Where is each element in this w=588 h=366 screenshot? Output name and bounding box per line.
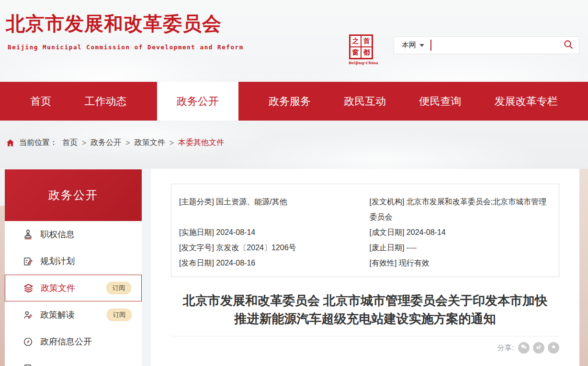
sidebar-item-label: 职权信息: [40, 229, 75, 240]
breadcrumb-separator: >: [125, 139, 130, 147]
breadcrumb-separator: >: [82, 139, 86, 147]
meta-row: [成文日期] 2024-08-14: [370, 225, 549, 240]
sidebar-item[interactable]: 职权信息: [5, 221, 142, 248]
meta-value: 现行有效: [399, 259, 430, 267]
sidebar-item[interactable]: 政策解读 订阅: [5, 301, 142, 328]
breadcrumb-items: > 首页 > 政务公开 > 政策文件 > 本委其他文件: [62, 138, 224, 148]
watermark-right: [579, 169, 588, 366]
search-scope-label: 本网: [402, 41, 416, 50]
document-meta-box: [主题分类] 国土资源、能源/其他 [实施日期] 2024-08-14 [发文字…: [171, 184, 559, 277]
stamp-icon: [23, 229, 34, 240]
nav-tab[interactable]: 政民互动: [341, 82, 389, 121]
site-title: 北京市发展和改革委员会: [6, 11, 244, 37]
sidebar-item-label: 政策解读: [40, 309, 75, 321]
share-buttons: [518, 342, 559, 354]
sidebar-item[interactable]: [5, 355, 142, 366]
nav-tab-label: 工作动态: [85, 94, 127, 109]
nav-tab-label: 政民互动: [344, 94, 386, 109]
nav-tab[interactable]: 政务公开: [157, 82, 238, 121]
sidebar-item-label: 政府信息公开: [40, 336, 92, 347]
site-subtitle: Beijing Municipal Commission of Developm…: [8, 44, 244, 51]
search-icon: [563, 39, 574, 52]
meta-row: [废止日期] ----: [370, 240, 549, 255]
search-scope-dropdown[interactable]: 本网: [394, 41, 430, 50]
compass-icon: [23, 336, 34, 347]
seal-char: 窗: [351, 47, 361, 58]
sidebar-item-label: 规划计划: [40, 255, 75, 267]
subscribe-badge[interactable]: 订阅: [106, 282, 131, 294]
seal-grid: 之 首 窗 都: [349, 34, 373, 59]
nav-tab-label: 政务服务: [269, 94, 311, 109]
meta-column-left: [主题分类] 国土资源、能源/其他 [实施日期] 2024-08-14 [发文字…: [179, 194, 358, 271]
nav-tab[interactable]: 发展改革专栏: [492, 82, 561, 121]
main-content: [主题分类] 国土资源、能源/其他 [实施日期] 2024-08-14 [发文字…: [151, 169, 579, 366]
meta-row: [发文字号] 京发改〔2024〕1206号: [179, 240, 358, 255]
sidebar-menu: 职权信息 规划计划 政策文件 订阅 政策解读 订阅 政府信息公开: [5, 221, 142, 366]
nav-tab[interactable]: 便民查询: [417, 82, 464, 121]
breadcrumb-item[interactable]: > 政务公开: [78, 138, 121, 148]
share-label: 分享:: [498, 344, 514, 353]
search-input[interactable]: [431, 37, 558, 54]
nav-tab-label: 发展改革专栏: [495, 94, 558, 109]
breadcrumb-item[interactable]: > 首页: [62, 138, 78, 148]
breadcrumb-label: 当前位置：: [19, 138, 57, 148]
divider: [171, 336, 559, 336]
beijing-china-seal-logo[interactable]: 之 首 窗 都 Beijing-China: [349, 34, 373, 65]
seal-char: 都: [362, 47, 372, 58]
meta-label: [发布日期]: [179, 259, 214, 267]
breadcrumb-item-label: 政策文件: [135, 138, 165, 148]
sidebar-item[interactable]: 规划计划: [5, 248, 142, 275]
meta-label: [成文日期]: [370, 228, 405, 236]
meta-column-right: [发文机构] 北京市发展和改革委员会;北京市城市管理委员会 [成文日期] 202…: [370, 194, 549, 271]
subscribe-badge[interactable]: 订阅: [107, 309, 132, 321]
share-button[interactable]: [518, 342, 530, 354]
share-button[interactable]: [533, 342, 544, 354]
meta-value: 2024-08-16: [216, 259, 255, 267]
breadcrumb-item[interactable]: > 政策文件: [121, 138, 165, 148]
meta-row: [发文机构] 北京市发展和改革委员会;北京市城市管理委员会: [370, 194, 549, 225]
meta-row: [发布日期] 2024-08-16: [179, 255, 358, 271]
meta-value: 2024-08-14: [216, 228, 255, 236]
nav-tab[interactable]: 工作动态: [82, 82, 130, 121]
nav-tab-label: 便民查询: [419, 94, 462, 109]
document-title: 北京市发展和改革委员会 北京市城市管理委员会关于印发本市加快推进新能源汽车超级充…: [181, 291, 550, 328]
breadcrumb-item[interactable]: > 本委其他文件: [165, 138, 224, 148]
meta-value: ----: [407, 244, 417, 252]
breadcrumb-separator: >: [170, 139, 174, 147]
meta-row: [主题分类] 国土资源、能源/其他: [179, 194, 358, 225]
share-button[interactable]: [548, 342, 559, 354]
meta-label: [有效性]: [370, 259, 397, 267]
sidebar-item[interactable]: 政策文件 订阅: [5, 275, 142, 301]
meta-label: [实施日期]: [179, 228, 214, 236]
star-icon: [550, 343, 557, 353]
meta-value: 国土资源、能源/其他: [216, 198, 287, 206]
weibo-icon: [535, 343, 543, 353]
seal-char: 之: [351, 36, 361, 46]
search-button[interactable]: [558, 37, 579, 54]
sidebar: 政务公开 职权信息 规划计划 政策文件 订阅 政策解读 订阅 政府信息公开: [5, 169, 142, 366]
meta-value: 2024-08-14: [407, 228, 446, 236]
wechat-icon: [520, 343, 528, 353]
nav-tab-label: 首页: [30, 94, 51, 109]
watermark-left: [0, 206, 5, 366]
seal-char: 首: [362, 36, 372, 46]
chevron-down-icon: [419, 44, 424, 47]
breadcrumb-item-label: 本委其他文件: [178, 138, 224, 148]
plan-edit-icon: [23, 256, 34, 267]
home-icon[interactable]: [6, 138, 15, 147]
site-logo[interactable]: 北京市发展和改革委员会 Beijing Municipal Commission…: [6, 11, 244, 51]
nav-tab[interactable]: 首页: [27, 82, 54, 121]
site-header: 北京市发展和改革委员会 Beijing Municipal Commission…: [0, 0, 588, 82]
breadcrumb: 当前位置： > 首页 > 政务公开 > 政策文件 > 本委其他文件: [6, 138, 224, 148]
breadcrumb-item-label: 首页: [62, 138, 78, 148]
meta-row: [有效性] 现行有效: [370, 255, 549, 271]
meta-label: [主题分类]: [179, 198, 214, 206]
layers-icon: [23, 283, 34, 294]
seal-caption: Beijing-China: [349, 60, 373, 65]
sidebar-item[interactable]: 政府信息公开: [5, 328, 142, 355]
sidebar-item-label: 政策文件: [41, 282, 75, 294]
document-icon: [23, 363, 34, 366]
nav-tab[interactable]: 政务服务: [266, 82, 314, 121]
share-row: 分享:: [151, 342, 559, 354]
search-bar: 本网: [394, 36, 579, 54]
